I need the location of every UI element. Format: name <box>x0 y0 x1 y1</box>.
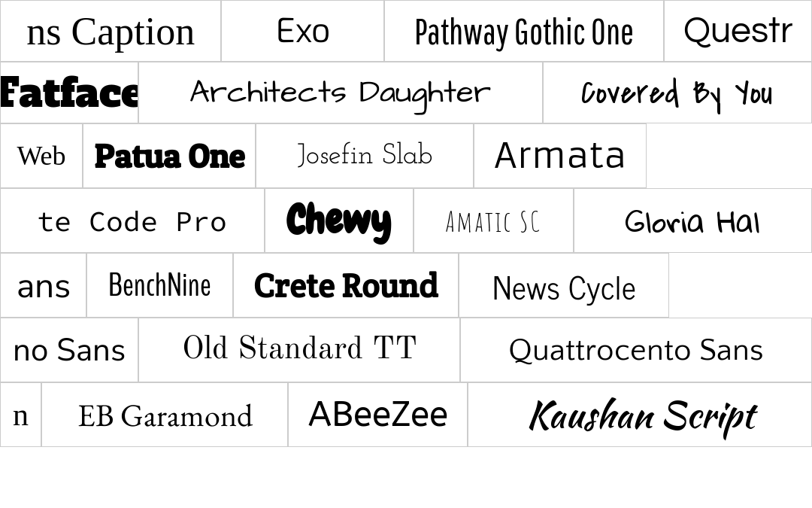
font-tile-kaushan-script[interactable]: Kaushan Script <box>468 382 812 447</box>
font-tile-abeezee[interactable]: ABeeZee <box>288 382 468 447</box>
font-tile-covered-by-your-grace[interactable]: Covered By You <box>543 62 812 123</box>
font-row-3: Web Patua One Josefin Slab Armata <box>0 123 812 188</box>
font-label: Crete Round <box>253 264 438 307</box>
font-label: Patua One <box>94 135 244 176</box>
font-tile-architects-daughter[interactable]: Architects Daughter <box>138 62 542 123</box>
font-tile-exo[interactable]: Exo <box>221 0 383 62</box>
font-tile-gloria-hallelujah[interactable]: Gloria Hal <box>574 188 812 253</box>
font-label: Armata <box>494 134 627 178</box>
font-tile-times-new-roman[interactable]: ns Caption <box>0 0 221 62</box>
font-tile-benchnine[interactable]: BenchNine <box>86 253 233 318</box>
font-tile-nunito-sans[interactable]: ans <box>0 253 86 318</box>
font-row-4: te Code Pro Chewy Amatic SC Gloria Hal <box>0 188 812 253</box>
font-tile-crete-round[interactable]: Crete Round <box>233 253 459 318</box>
font-label: Fatface <box>0 66 138 120</box>
font-tile-old-standard-tt[interactable]: Old Standard TT <box>138 318 460 382</box>
font-tile-pathway-gothic-one[interactable]: Pathway Gothic One <box>384 0 665 62</box>
font-row-7: n EB Garamond ABeeZee Kaushan Script <box>0 382 812 447</box>
font-tile-amatic-sc[interactable]: Amatic SC <box>414 188 574 253</box>
font-label: Web <box>17 140 65 172</box>
font-row-1: ns Caption Exo Pathway Gothic One Questr <box>0 0 812 62</box>
font-tile-source-code-pro[interactable]: te Code Pro <box>0 188 265 253</box>
font-label: te Code Pro <box>37 203 227 239</box>
font-label: ABeeZee <box>308 394 448 435</box>
font-label: Questr <box>683 13 793 50</box>
font-tile-georgia-web[interactable]: Web <box>0 123 83 188</box>
font-tile-patua-one[interactable]: Patua One <box>83 123 256 188</box>
font-label: Architects Daughter <box>189 71 491 114</box>
font-row-5: ans BenchNine Crete Round News Cycle <box>0 253 812 318</box>
font-tile-questrial[interactable]: Questr <box>664 0 812 62</box>
font-tile-quattrocento-sans[interactable]: Quattrocento Sans <box>460 318 812 382</box>
font-label: Josefin Slab <box>297 141 432 171</box>
font-tile-alfa-slab[interactable]: Fatface <box>0 62 138 123</box>
font-label: EB Garamond <box>77 394 253 436</box>
font-label: ns Caption <box>26 9 195 53</box>
font-label: Pathway Gothic One <box>414 10 634 52</box>
font-label: BenchNine <box>108 263 211 307</box>
font-row-6: no Sans Old Standard TT Quattrocento San… <box>0 318 812 382</box>
font-tile-nunito-sans-2[interactable]: no Sans <box>0 318 138 382</box>
font-label: Kaushan Script <box>526 388 754 441</box>
font-label: Quattrocento Sans <box>508 333 764 368</box>
font-label: Exo <box>276 9 330 53</box>
font-label: Amatic SC <box>445 202 541 239</box>
font-label: Gloria Hal <box>626 192 760 249</box>
font-tile-armata[interactable]: Armata <box>474 123 647 188</box>
font-tile-eb-garamond[interactable]: EB Garamond <box>41 382 288 447</box>
font-label: Covered By You <box>581 69 773 117</box>
font-tile-chewy[interactable]: Chewy <box>265 188 414 253</box>
font-label: Old Standard TT <box>182 330 417 370</box>
font-label: no Sans <box>13 329 126 372</box>
font-tile-news-cycle[interactable]: News Cycle <box>459 253 669 318</box>
font-tile-josefin-slab[interactable]: Josefin Slab <box>256 123 474 188</box>
font-tile-georgia-n[interactable]: n <box>0 382 41 447</box>
font-row-2: Fatface Architects Daughter Covered By Y… <box>0 62 812 123</box>
font-label: Chewy <box>286 195 391 246</box>
font-grid: ns Caption Exo Pathway Gothic One Questr… <box>0 0 812 508</box>
font-label: ans <box>17 262 71 309</box>
font-label: n <box>13 397 29 433</box>
font-label: News Cycle <box>492 260 636 312</box>
